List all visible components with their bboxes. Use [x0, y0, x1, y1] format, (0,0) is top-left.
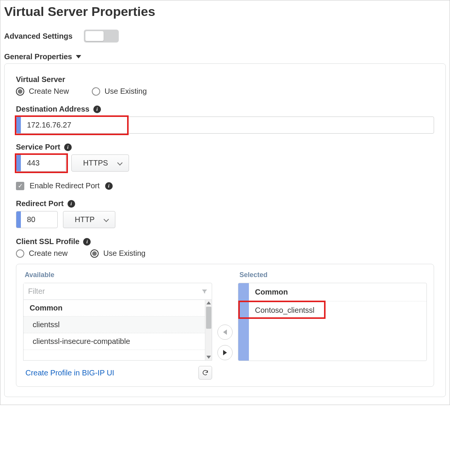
enable-redirect-port-checkbox[interactable]: ✓ — [16, 182, 24, 190]
redirect-port-protocol-select[interactable]: HTTP — [63, 211, 115, 228]
available-filter-input[interactable] — [24, 283, 201, 299]
selected-title: Selected — [239, 271, 427, 279]
radio-label: Use Existing — [103, 249, 145, 258]
list-group-header: Common — [249, 283, 426, 301]
scroll-up-icon[interactable] — [206, 301, 211, 304]
vs-create-new-radio[interactable]: Create New — [16, 87, 69, 96]
info-icon[interactable]: i — [68, 200, 75, 208]
section-label: General Properties — [4, 52, 72, 61]
info-icon[interactable]: i — [93, 106, 101, 113]
info-icon[interactable]: i — [83, 238, 91, 246]
virtual-server-label: Virtual Server — [16, 75, 434, 84]
radio-label: Create new — [29, 249, 68, 258]
list-item[interactable]: clientssl — [24, 317, 212, 333]
destination-address-input[interactable] — [21, 117, 434, 133]
destination-address-input-wrap — [16, 117, 434, 134]
service-port-label: Service Port i — [16, 143, 434, 151]
ssl-use-existing-radio[interactable]: Use Existing — [90, 249, 145, 258]
destination-address-label: Destination Address i — [16, 105, 434, 113]
info-icon[interactable]: i — [105, 182, 113, 190]
general-properties-panel: Virtual Server Create New Use Existing D… — [4, 63, 446, 397]
list-item[interactable]: Contoso_clientssl — [249, 301, 426, 319]
redirect-port-label: Redirect Port i — [16, 199, 434, 208]
ssl-profile-selector: Available Common clientssl clientssl-ins… — [16, 264, 434, 387]
general-properties-header[interactable]: General Properties — [4, 52, 446, 61]
filter-icon[interactable] — [201, 288, 208, 295]
advanced-settings-toggle[interactable] — [84, 30, 119, 43]
service-port-input[interactable] — [21, 155, 59, 171]
list-group-header: Common — [24, 300, 212, 317]
selected-listbox[interactable]: Common Contoso_clientssl — [238, 283, 427, 361]
chevron-down-icon — [104, 217, 110, 223]
move-right-button[interactable] — [217, 345, 233, 360]
info-icon[interactable]: i — [64, 143, 72, 151]
create-profile-link[interactable]: Create Profile in BIG-IP UI — [23, 369, 114, 377]
radio-label: Use Existing — [105, 87, 147, 96]
list-item[interactable]: clientssl-insecure-compatible — [24, 333, 212, 350]
vs-use-existing-radio[interactable]: Use Existing — [92, 87, 147, 96]
available-title: Available — [25, 271, 212, 279]
service-port-protocol-select[interactable]: HTTPS — [71, 154, 129, 172]
redirect-port-input[interactable] — [21, 211, 51, 228]
ssl-create-new-radio[interactable]: Create new — [16, 249, 68, 258]
advanced-settings-label: Advanced Settings — [4, 32, 72, 41]
select-value: HTTPS — [76, 155, 118, 171]
radio-label: Create New — [29, 87, 69, 96]
checkbox-label: Enable Redirect Port — [30, 181, 100, 190]
client-ssl-profile-label: Client SSL Profile i — [16, 237, 434, 246]
page-title: Virtual Server Properties — [4, 4, 446, 19]
move-left-button[interactable] — [217, 325, 233, 340]
arrow-right-icon — [223, 350, 227, 355]
scroll-down-icon[interactable] — [206, 356, 211, 359]
chevron-down-icon — [118, 160, 124, 166]
refresh-button[interactable] — [198, 366, 212, 380]
available-listbox[interactable]: Common clientssl clientssl-insecure-comp… — [23, 300, 212, 361]
scrollbar[interactable] — [205, 300, 212, 360]
scroll-thumb[interactable] — [206, 307, 211, 329]
arrow-left-icon — [223, 329, 227, 335]
select-value: HTTP — [68, 211, 104, 228]
chevron-down-icon — [76, 55, 81, 58]
